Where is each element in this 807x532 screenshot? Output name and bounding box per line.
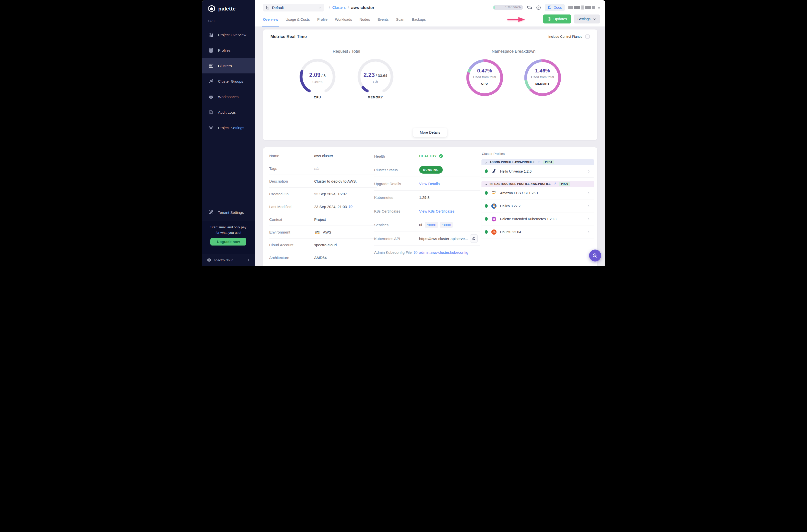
sidebar-footer: spectro cloud (202, 254, 255, 266)
link-icon (553, 182, 557, 186)
tab-events[interactable]: Events (377, 13, 389, 26)
docs-button[interactable]: Docs (545, 4, 564, 11)
calico-icon (491, 203, 497, 209)
cluster-profiles-panel: Cluster Profiles ADDON PROFILE AWS-PROFI… (482, 150, 594, 238)
detail-label: K8s Certificates (374, 209, 419, 213)
profile-section-header[interactable]: ADDON PROFILE AWS-PROFILE PROJ (482, 159, 594, 165)
breadcrumb: / Clusters / aws-cluster (329, 5, 375, 10)
promo-text: Start small and only pay for what you us… (202, 225, 255, 236)
detail-link[interactable]: View Details (419, 182, 440, 186)
tab-scan[interactable]: Scan (396, 13, 404, 26)
detail-label: Upgrade Details (374, 182, 419, 186)
detail-link[interactable]: View K8s Certificates (419, 209, 454, 213)
profile-pack-row[interactable]: Hello Universe 1.2.0 (482, 165, 594, 177)
profiles-icon (208, 48, 213, 53)
health-status: HEALTHY (419, 154, 444, 158)
footer-brand: spectro cloud (214, 258, 233, 262)
tab-profile[interactable]: Profile (317, 13, 327, 26)
tab-workloads[interactable]: Workloads (335, 13, 352, 26)
tools-icon (208, 210, 213, 215)
ubuntu-icon (491, 229, 497, 235)
updates-label: Updates (553, 17, 567, 21)
breadcrumb-clusters-link[interactable]: Clusters (332, 5, 345, 10)
info-icon[interactable] (349, 205, 353, 209)
detail-link[interactable]: admin.aws-cluster.kubeconfig (419, 250, 468, 254)
project-selector-value: Default (272, 5, 284, 10)
detail-row: Admin Kubeconfig Fileadmin.aws-cluster.k… (374, 246, 480, 259)
sidebar-item-profiles[interactable]: Profiles (202, 42, 255, 58)
detail-label: Kubernetes (374, 195, 419, 200)
sidebar-item-cluster-groups[interactable]: Cluster Groups (202, 73, 255, 89)
updates-button[interactable]: Updates (543, 15, 571, 23)
gauge-value: 2.09 / 8 (298, 72, 338, 78)
gauge-label: CPU (298, 96, 338, 99)
link-icon (537, 160, 541, 164)
sidebar-item-label: Audit Logs (218, 110, 236, 114)
annotation-arrow (507, 17, 525, 22)
more-details-button[interactable]: More Details (413, 128, 447, 137)
profile-pack-row[interactable]: Palette eXtended Kubernetes 1.29.8 (482, 213, 594, 225)
redacted-user-info (568, 5, 600, 10)
hello-universe-icon (491, 168, 497, 174)
pack-name: Amazon EBS CSI 1.26.1 (500, 191, 539, 195)
sidebar-item-tenant-settings[interactable]: Tenant Settings (202, 207, 255, 217)
service-port-link[interactable]: :8080 (425, 222, 438, 228)
profile-pack-row[interactable]: aws Amazon EBS CSI 1.26.1 (482, 187, 594, 199)
metrics-panel: Metrics Real-Time Include Control Planes… (263, 30, 597, 140)
tab-backups[interactable]: Backups (412, 13, 426, 26)
detail-value: n/a (314, 166, 320, 171)
donut-memory: 1.46% Used from total MEMORY (523, 58, 563, 99)
detail-row: DescriptionCluster to deploy to AWS. (269, 175, 377, 188)
tab-overview[interactable]: Overview (263, 13, 278, 26)
info-icon[interactable] (414, 250, 418, 254)
sidebar-item-audit-logs[interactable]: Audit Logs (202, 104, 255, 120)
tab-usage-costs[interactable]: Usage & Costs (286, 13, 310, 26)
detail-row: Upgrade DetailsView Details (374, 177, 480, 191)
palette-logo-icon (207, 4, 216, 13)
detail-label: Health (374, 154, 419, 158)
sidebar-item-project-overview[interactable]: Project Overview (202, 27, 255, 42)
sidebar-item-workspaces[interactable]: Workspaces (202, 89, 255, 104)
breadcrumb-current: aws-cluster (351, 5, 375, 10)
service-port-link[interactable]: :3000 (440, 222, 453, 228)
help-search-fab[interactable] (589, 249, 601, 262)
upgrade-now-button[interactable]: Upgrade now (210, 238, 246, 246)
chevron-right-icon (587, 204, 590, 208)
copy-button[interactable] (470, 234, 478, 243)
include-control-planes-checkbox[interactable] (585, 35, 589, 39)
request-total-title: Request / Total (263, 49, 430, 54)
chevron-down-icon (318, 6, 322, 9)
status-dot (485, 191, 488, 195)
settings-button[interactable]: Settings (574, 15, 600, 23)
detail-label: Last Modified (269, 205, 314, 209)
profile-section: INFRASTRUCTURE PROFILE AWS-PROFILE PROJ … (482, 181, 594, 238)
collapse-sidebar-icon[interactable] (247, 258, 250, 262)
kubernetes-api-url: https://aws-cluster-apiserve... (419, 236, 468, 241)
donut-cpu: 0.47% Used from total CPU (465, 58, 505, 99)
detail-label: Created On (269, 192, 314, 196)
profile-pack-row[interactable]: Calico 3.27.2 (482, 200, 594, 212)
profile-section-header[interactable]: INFRASTRUCTURE PROFILE AWS-PROFILE PROJ (482, 181, 594, 187)
app-version: 4.4.19 (202, 13, 255, 22)
chat-icon[interactable] (527, 5, 532, 10)
detail-label: Admin Kubeconfig File (374, 250, 419, 254)
status-dot (485, 230, 488, 234)
project-selector[interactable]: Default (263, 4, 324, 12)
detail-label: Tags (269, 166, 314, 171)
compass-icon[interactable] (536, 5, 541, 10)
breadcrumb-separator: / (329, 5, 330, 10)
detail-label: Description (269, 179, 314, 183)
status-dot (485, 217, 488, 221)
sidebar-item-project-settings[interactable]: Project Settings (202, 120, 255, 135)
sidebar: palette 4.4.19 Project Overview Profiles… (202, 0, 255, 266)
detail-label: Architecture (269, 255, 314, 260)
status-dot (485, 169, 488, 173)
sidebar-item-tenant-settings[interactable]: Tenant Settings (202, 207, 255, 217)
sidebar-item-clusters[interactable]: Clusters (202, 58, 255, 73)
tab-nodes[interactable]: Nodes (359, 13, 370, 26)
chevron-down-icon (593, 18, 596, 20)
donut-percentage: 0.47% (465, 68, 505, 74)
request-total-section: Request / Total 2.09 / 8 Cores CPU 2.23 (263, 44, 430, 125)
profile-pack-row[interactable]: Ubuntu 22.04 (482, 226, 594, 238)
gauge-memory: 2.23 / 33.64 Gb MEMORY (356, 58, 395, 99)
